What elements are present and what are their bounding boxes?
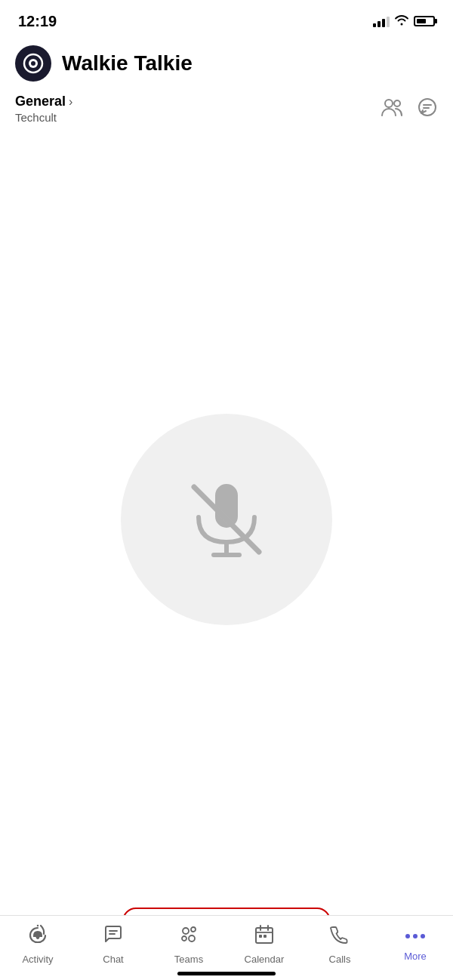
app-logo bbox=[15, 45, 51, 82]
nav-label-calendar: Calendar bbox=[245, 954, 285, 965]
channel-chevron-icon: › bbox=[69, 95, 72, 109]
nav-item-calls[interactable]: Calls bbox=[302, 923, 378, 965]
svg-point-13 bbox=[191, 927, 196, 932]
home-indicator bbox=[177, 972, 276, 975]
teams-icon bbox=[178, 923, 199, 950]
svg-point-4 bbox=[394, 100, 400, 106]
status-bar: 12:19 bbox=[0, 0, 453, 38]
status-time: 12:19 bbox=[18, 13, 57, 30]
nav-item-activity[interactable]: Activity bbox=[0, 923, 76, 965]
nav-label-chat: Chat bbox=[103, 954, 123, 965]
nav-label-activity: Activity bbox=[22, 954, 53, 965]
nav-item-teams[interactable]: Teams bbox=[151, 923, 226, 965]
channel-actions bbox=[381, 94, 438, 121]
mic-circle bbox=[121, 414, 332, 625]
channel-info: General › Techcult bbox=[15, 94, 72, 124]
bottom-nav: Activity Chat Teams bbox=[0, 915, 453, 980]
channel-row: General › Techcult bbox=[0, 89, 453, 131]
svg-point-24 bbox=[421, 934, 425, 938]
svg-point-3 bbox=[385, 100, 393, 107]
chat-icon[interactable] bbox=[417, 97, 438, 121]
mic-area bbox=[0, 131, 453, 892]
wifi-icon bbox=[394, 14, 409, 29]
people-icon[interactable] bbox=[381, 97, 403, 120]
nav-item-chat[interactable]: Chat bbox=[76, 923, 151, 965]
more-icon bbox=[405, 923, 426, 947]
signal-icon bbox=[373, 15, 390, 27]
svg-point-22 bbox=[405, 934, 410, 938]
svg-rect-21 bbox=[263, 935, 267, 938]
svg-point-15 bbox=[189, 935, 195, 941]
nav-label-more: More bbox=[404, 951, 427, 962]
battery-icon bbox=[414, 16, 435, 26]
svg-point-14 bbox=[182, 936, 186, 941]
channel-name[interactable]: General › bbox=[15, 94, 72, 109]
svg-point-2 bbox=[31, 61, 35, 66]
calendar-icon bbox=[254, 923, 275, 950]
main-content: Connect bbox=[0, 131, 453, 980]
status-icons bbox=[373, 14, 435, 29]
nav-item-calendar[interactable]: Calendar bbox=[226, 923, 302, 965]
app-title: Walkie Talkie bbox=[62, 51, 193, 76]
svg-point-23 bbox=[413, 934, 418, 938]
svg-point-12 bbox=[183, 928, 189, 934]
muted-mic-icon bbox=[177, 470, 276, 569]
channel-subtitle: Techcult bbox=[15, 111, 72, 124]
calls-icon bbox=[329, 923, 350, 950]
nav-label-calls: Calls bbox=[329, 954, 351, 965]
nav-item-more[interactable]: More bbox=[378, 923, 453, 962]
nav-label-teams: Teams bbox=[174, 954, 203, 965]
chat-nav-icon bbox=[103, 923, 124, 950]
svg-rect-20 bbox=[259, 935, 262, 938]
activity-icon bbox=[27, 923, 48, 950]
app-header: Walkie Talkie bbox=[0, 38, 453, 89]
